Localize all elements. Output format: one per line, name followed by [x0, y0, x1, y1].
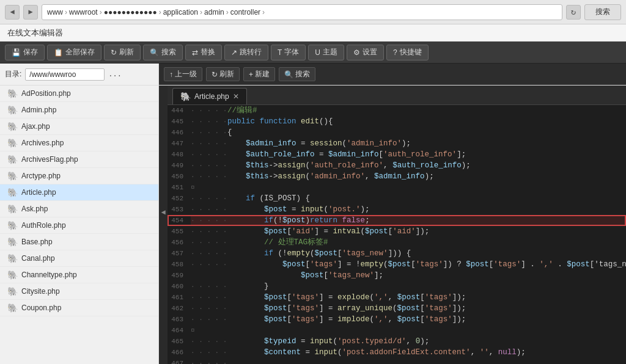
code-editor[interactable]: 444· · · · ·//编辑#445· · · · ·public func… [168, 105, 626, 364]
file-item[interactable]: 🐘Canal.php [0, 250, 158, 267]
settings-icon: ⚙ [353, 48, 360, 57]
shortcut-icon: ? [393, 48, 397, 57]
line-code[interactable]: if(!$post)return false; [227, 215, 626, 226]
line-code[interactable]: { [227, 127, 626, 138]
code-line: 466· · · · · $content = input('post.addo… [168, 347, 626, 358]
theme-button[interactable]: U 主题 [308, 45, 344, 60]
line-dots: · · · · · [191, 347, 227, 358]
file-item[interactable]: 🐘AdPosition.php [0, 86, 158, 102]
main-area: 🐘AdPosition.php🐘Admin.php🐘Ajax.php🐘Archi… [0, 86, 626, 364]
goto-button[interactable]: ↗ 跳转行 [224, 45, 268, 60]
file-item[interactable]: 🐘Ask.php [0, 201, 158, 217]
file-item[interactable]: 🐘Archives.php [0, 135, 158, 151]
file-icon: 🐘 [7, 270, 18, 280]
dir-path[interactable]: /www/wwwroo [25, 68, 105, 81]
refresh-button[interactable]: ↻ 刷新 [104, 45, 141, 60]
line-code[interactable]: $this->assign('admin_info', $admin_info)… [227, 171, 626, 182]
line-code[interactable] [227, 358, 626, 364]
code-line: 467· · · · · [168, 358, 626, 364]
line-code[interactable]: $auth_role_info = $admin_info['auth_role… [227, 149, 626, 160]
up-icon: ↑ [169, 70, 173, 79]
file-icon: 🐘 [7, 105, 18, 115]
line-code[interactable]: if (IS_POST) { [227, 193, 626, 204]
refresh-button[interactable]: ↻ [566, 5, 581, 20]
refresh-icon: ↻ [111, 48, 117, 57]
line-code[interactable]: $typeid = input('post.typeid/d', 0); [227, 336, 626, 347]
line-code[interactable]: $content = input('post.addonFieldExt.con… [227, 347, 626, 358]
file-item[interactable]: 🐘Base.php [0, 234, 158, 250]
code-line: 459 $post['tags_new']; [168, 270, 626, 281]
tab-article-php[interactable]: 🐘 Article.php ✕ [172, 88, 247, 104]
file-item[interactable]: 🐘Coupon.php [0, 300, 158, 316]
line-number: 450 [168, 171, 191, 182]
line-code[interactable]: $post = input('post.'); [227, 204, 626, 215]
search-button[interactable]: 🔍 搜索 [143, 45, 183, 60]
line-dots: · · · · · [191, 160, 227, 171]
sidebar-refresh-button[interactable]: ↻ 刷新 [206, 67, 240, 81]
line-code[interactable]: $post['tags'] = array_unique($post['tags… [227, 303, 626, 314]
line-code[interactable]: // 处理TAG标签# [227, 237, 626, 248]
line-dots: · · · · · [191, 259, 227, 270]
browser-bar: ◀ ▶ www › wwwroot › ●●●●●●●●●●●● › appli… [0, 0, 626, 24]
shortcut-button[interactable]: ? 快捷键 [386, 45, 429, 60]
file-item[interactable]: 🐘AuthRole.php [0, 217, 158, 234]
file-item[interactable]: 🐘Article.php [0, 184, 158, 201]
editor-area: 🐘 Article.php ✕ 444· · · · ·//编辑#445· · … [168, 86, 626, 364]
code-line: 454· · · · · if(!$post)return false; [168, 215, 626, 226]
code-line: 445· · · · ·public function edit(){ [168, 116, 626, 127]
line-code[interactable]: $this->assign('auth_role_info', $auth_ro… [227, 160, 626, 171]
line-code[interactable]: if (!empty($post['tags_new'])) { [227, 248, 626, 259]
line-code[interactable]: //编辑# [227, 105, 626, 116]
code-line: 449· · · · · $this->assign('auth_role_in… [168, 160, 626, 171]
line-dots: ¤ [191, 325, 227, 336]
save-all-button[interactable]: 📋 全部保存 [47, 45, 101, 60]
font-button[interactable]: T 字体 [271, 45, 306, 60]
line-dots: · · · · · [191, 204, 227, 215]
line-code[interactable]: $post['aid'] = intval($post['aid']); [227, 226, 626, 237]
code-line: 453· · · · · $post = input('post.'); [168, 204, 626, 215]
file-icon: 🐘 [7, 286, 18, 296]
settings-button[interactable]: ⚙ 设置 [347, 45, 384, 60]
sidebar-search-button[interactable]: 🔍 搜索 [279, 67, 315, 81]
file-item[interactable]: 🐘ArchivesFlag.php [0, 151, 158, 168]
line-code[interactable]: } [227, 281, 626, 292]
sidebar-up-button[interactable]: ↑ 上一级 [164, 67, 202, 81]
url-bar[interactable]: www › wwwroot › ●●●●●●●●●●●● › applicati… [42, 4, 562, 20]
refresh-icon: ↻ [212, 70, 218, 79]
line-number: 445 [168, 116, 191, 127]
line-code[interactable] [227, 182, 626, 193]
line-code[interactable]: $post['tags_new']; [227, 270, 626, 281]
line-code[interactable]: public function edit(){ [227, 116, 626, 127]
line-dots: · · · · · [191, 237, 227, 248]
file-item[interactable]: 🐘Ajax.php [0, 118, 158, 135]
dir-dots[interactable]: ... [108, 70, 122, 79]
forward-button[interactable]: ▶ [23, 5, 38, 20]
line-code[interactable]: $admin_info = session('admin_info'); [227, 138, 626, 149]
browser-search-button[interactable]: 搜索 [584, 4, 621, 20]
line-dots: · · · · · [191, 193, 227, 204]
replace-button[interactable]: ⇄ 替换 [185, 45, 222, 60]
code-line: 458· · · · · $post['tags'] = !empty($pos… [168, 259, 626, 270]
line-code[interactable]: $post['tags'] = explode(',', $post['tags… [227, 292, 626, 303]
line-dots: · · · · · [191, 127, 227, 138]
file-item[interactable]: 🐘Citysite.php [0, 283, 158, 300]
line-number: 457 [168, 248, 191, 259]
tab-close-button[interactable]: ✕ [233, 92, 239, 101]
save-all-icon: 📋 [54, 48, 63, 57]
code-line: 446· · · · ·{ [168, 127, 626, 138]
code-line: 465· · · · · $typeid = input('post.typei… [168, 336, 626, 347]
line-code[interactable]: $post['tags'] = implode(',', $post['tags… [227, 314, 626, 325]
line-code[interactable]: $post['tags'] = !empty($post['tags']) ? … [227, 259, 626, 270]
file-icon: 🐘 [7, 237, 18, 247]
file-item[interactable]: 🐘Arctype.php [0, 168, 158, 184]
line-number: 447 [168, 138, 191, 149]
save-button[interactable]: 💾 保存 [5, 45, 45, 60]
file-item[interactable]: 🐘Channeltype.php [0, 267, 158, 283]
line-dots: · · · · · [191, 281, 227, 292]
back-button[interactable]: ◀ [5, 5, 20, 20]
file-item[interactable]: 🐘Admin.php [0, 102, 158, 118]
file-icon: 🐘 [7, 220, 18, 230]
sidebar-new-button[interactable]: + 新建 [243, 67, 275, 81]
collapse-sidebar-button[interactable]: ◀ [159, 86, 168, 364]
line-code[interactable] [227, 325, 626, 336]
